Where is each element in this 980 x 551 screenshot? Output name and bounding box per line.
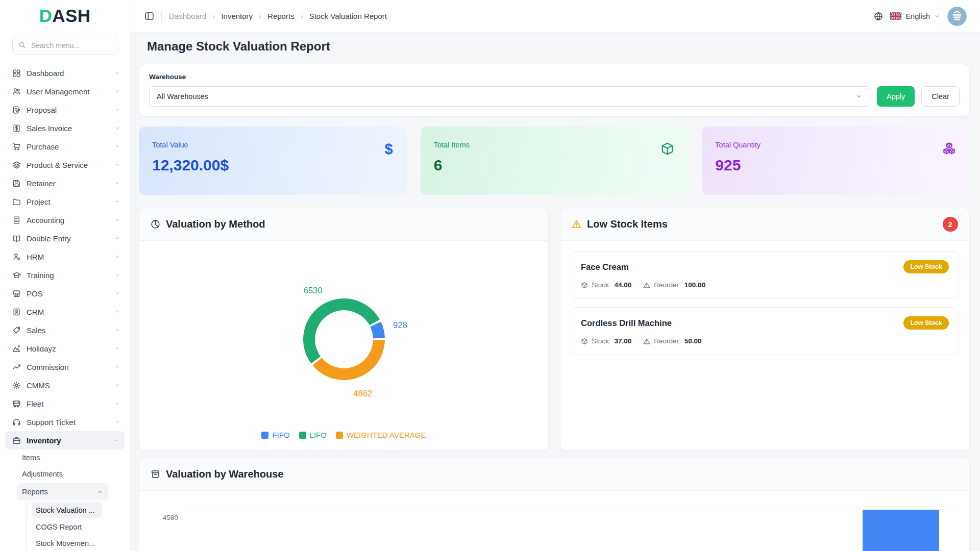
topbar-divider <box>161 11 162 22</box>
person-icon <box>12 253 21 261</box>
breadcrumb-item[interactable]: Reports <box>267 12 295 20</box>
sidebar-item-fleet[interactable]: Fleet <box>0 394 130 413</box>
breadcrumb-item[interactable]: Dashboard <box>169 12 206 20</box>
low-stock-card: Low Stock Items 2 Face CreamLow StockSto… <box>560 208 970 451</box>
sidebar-item-accounting[interactable]: Accounting <box>0 211 130 229</box>
legend-swatch <box>299 432 306 439</box>
chevron-down-icon <box>934 13 940 19</box>
stat-value: 925 <box>715 157 957 174</box>
clear-button[interactable]: Clear <box>921 86 960 107</box>
stats-row: Total Value$12,320.00$Total Items6Total … <box>139 127 970 195</box>
sidebar-item-retainer[interactable]: Retainer <box>0 174 130 192</box>
sidebar-item-holidayz[interactable]: Holidayz <box>0 339 130 358</box>
sidebar-item-training[interactable]: Training <box>0 266 130 284</box>
id-card-icon <box>12 308 21 316</box>
grid-icon <box>12 69 21 78</box>
sidebar-item-cmms[interactable]: CMMS <box>0 376 130 394</box>
breadcrumb-separator: › <box>212 12 215 20</box>
valuation-by-method-donut: 65309284862 <box>150 246 538 414</box>
chevron-up-icon <box>97 489 103 495</box>
sidebar-item-label: Stock Movemen... <box>36 539 95 547</box>
breadcrumb-item[interactable]: Inventory <box>221 12 253 20</box>
apply-button[interactable]: Apply <box>877 86 915 107</box>
card-header: Low Stock Items 2 <box>560 208 969 241</box>
warehouse-select-value: All Warehouses <box>157 92 208 101</box>
card-header: Valuation by Warehouse <box>139 458 969 491</box>
method-chart-body: 65309284862FIFOLIFOWEIGHTED AVERAGE <box>139 241 548 450</box>
sidebar-item-inventory[interactable]: Inventory <box>5 431 125 449</box>
sidebar-item-support-ticket[interactable]: Support Ticket <box>0 413 130 431</box>
sidebar-item-label: Sales <box>27 326 46 335</box>
sidebar-item-proposal[interactable]: Proposal <box>0 101 130 119</box>
chevron-down-icon <box>114 345 120 352</box>
topbar-left: Dashboard›Inventory›Reports›Stock Valuat… <box>144 11 387 22</box>
cart-icon <box>12 142 21 151</box>
topbar-right: English <box>874 7 967 26</box>
sidebar-item-project[interactable]: Project <box>0 192 130 211</box>
donut-value-label: 4862 <box>353 389 372 398</box>
chevron-down-icon <box>114 400 120 407</box>
sidebar-submenu: ItemsAdjustmentsReportsStock Valuation .… <box>13 449 130 551</box>
sidebar-item-double-entry[interactable]: Double Entry <box>0 229 130 247</box>
sidebar-item-label: COGS Report <box>36 523 82 531</box>
legend-item-fifo[interactable]: FIFO <box>261 431 289 439</box>
filter-card: Warehouse All Warehouses Apply Clear <box>139 64 970 117</box>
chevron-down-icon <box>114 235 120 241</box>
sidebar-item-hrm[interactable]: HRM <box>0 247 130 266</box>
sidebar-item-sales[interactable]: Sales <box>0 321 130 339</box>
sidebar-item-cogs-report[interactable]: COGS Report <box>27 519 130 535</box>
sidebar-item-sales-invoice[interactable]: Sales Invoice <box>0 119 130 137</box>
sidebar-item-dashboard[interactable]: Dashboard <box>0 64 130 82</box>
sidebar-item-commission[interactable]: Commission <box>0 358 130 376</box>
search-input[interactable] <box>30 41 111 50</box>
stat-icon-wrap <box>660 142 674 158</box>
logo-text: ASH <box>52 6 90 26</box>
sidebar-item-product-service[interactable]: Product & Service <box>0 156 130 174</box>
proposal-icon <box>12 106 21 114</box>
sidebar-item-crm[interactable]: CRM <box>0 303 130 321</box>
stat-card-total-quantity: Total Quantity925 <box>702 127 970 195</box>
sidebar: DASH DashboardUser ManagementProposalSal… <box>0 0 130 551</box>
stat-label: Total Items <box>434 141 675 149</box>
globe-icon[interactable] <box>874 12 883 21</box>
sidebar-item-purchase[interactable]: Purchase <box>0 137 130 156</box>
item-meta: Stock:44.00Reorder:100.00 <box>581 281 949 289</box>
low-stock-badge: Low Stock <box>903 316 949 330</box>
stat-label: Total Quantity <box>715 141 957 149</box>
chevron-down-icon <box>114 162 120 168</box>
chevron-down-icon <box>114 309 120 315</box>
legend-swatch <box>261 432 268 439</box>
mountain-icon <box>12 344 21 353</box>
sidebar-item-stock-movemen[interactable]: Stock Movemen... <box>27 535 130 551</box>
sidebar-item-reports[interactable]: Reports <box>17 483 108 500</box>
sidebar-item-stock-valuation[interactable]: Stock Valuation ... <box>32 502 102 518</box>
language-selector[interactable]: English <box>890 12 940 20</box>
chevron-down-icon <box>114 88 120 94</box>
sidebar-search[interactable] <box>12 36 117 55</box>
low-stock-count-badge: 2 <box>943 217 958 232</box>
graduation-cap-icon <box>12 271 21 280</box>
sidebar-item-adjustments[interactable]: Adjustments <box>13 466 130 482</box>
legend-item-weighted-average[interactable]: WEIGHTED AVERAGE <box>336 431 426 439</box>
sidebar-item-label: Stock Valuation ... <box>36 506 95 514</box>
warehouse-select[interactable]: All Warehouses <box>149 86 870 107</box>
sidebar-item-items[interactable]: Items <box>13 449 130 466</box>
stock-label: Stock: <box>592 337 611 345</box>
stat-value: 6 <box>434 157 675 174</box>
warning-triangle-icon <box>572 219 581 229</box>
calculator-icon <box>12 216 21 224</box>
sidebar-item-pos[interactable]: POS <box>0 284 130 303</box>
avatar[interactable] <box>947 7 967 26</box>
sidebar-item-user-management[interactable]: User Management <box>0 82 130 101</box>
save-icon <box>12 179 21 188</box>
chevron-down-icon <box>114 198 120 205</box>
legend-item-lifo[interactable]: LIFO <box>299 431 327 439</box>
uk-flag-icon <box>890 12 901 20</box>
stat-icon-wrap: $ <box>385 142 393 157</box>
reorder-label: Reorder: <box>654 337 681 345</box>
card-title: Low Stock Items <box>587 218 668 230</box>
sidebar-toggle-button[interactable] <box>144 11 154 21</box>
sidebar-item-label: User Management <box>27 87 89 96</box>
warehouse-label: Warehouse <box>149 73 960 81</box>
sidebar-item-label: Accounting <box>27 216 64 224</box>
